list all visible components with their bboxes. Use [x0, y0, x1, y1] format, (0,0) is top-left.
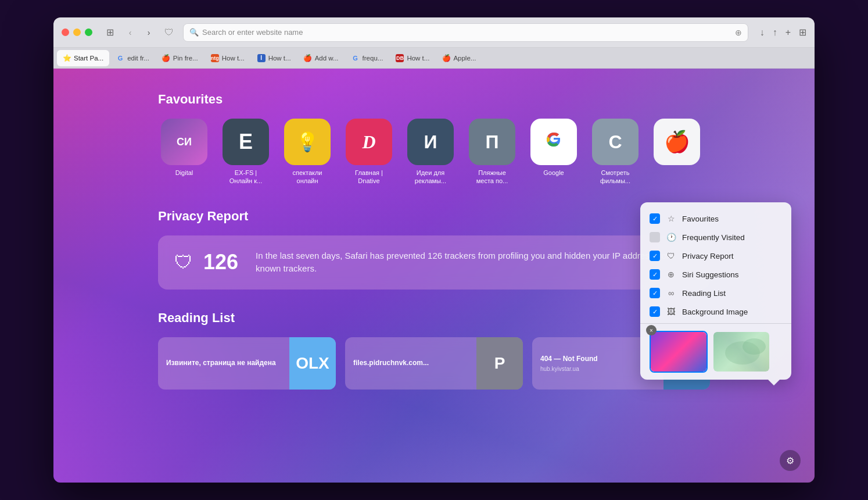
- search-bar[interactable]: 🔍 Search or enter website name ⊕: [183, 23, 748, 42]
- tab-favicon-apple: 🍎: [162, 54, 170, 62]
- checkbox-frequently-visited[interactable]: [650, 232, 660, 242]
- customize-icon: ⚙: [786, 455, 794, 466]
- menu-label-frequently-visited: Frequently Visited: [682, 233, 745, 242]
- search-placeholder: Search or enter website name: [202, 28, 303, 37]
- tab-label: Pin fre...: [173, 55, 198, 62]
- tab-label: How t...: [268, 55, 291, 62]
- reading-card-2[interactable]: files.pidruchnvk.com... P: [345, 337, 523, 390]
- checkbox-favourites[interactable]: ✓: [650, 213, 660, 224]
- back-button[interactable]: ‹: [124, 26, 137, 39]
- tab-label: edit fr...: [127, 55, 149, 62]
- share-button[interactable]: ↑: [773, 27, 777, 38]
- checkmark-icon: ✓: [652, 308, 658, 316]
- tab-favicon-google: G: [116, 54, 124, 62]
- privacy-card[interactable]: 🛡 126 In the last seven days, Safari has…: [158, 235, 710, 290]
- bg-thumb-2[interactable]: [712, 331, 770, 373]
- menu-item-reading-list[interactable]: ✓ ∞ Reading List: [640, 284, 791, 302]
- menu-item-background-image[interactable]: ✓ 🖼 Background Image: [640, 302, 791, 321]
- tab-frequ[interactable]: G frequ...: [346, 50, 389, 66]
- search-icon: 🔍: [189, 28, 199, 37]
- fav-item-exfs[interactable]: Е EX-FS | Онлайн к...: [220, 119, 272, 185]
- fav-item-glavnaya[interactable]: D Главная | Dnative: [343, 119, 395, 185]
- fav-item-digital[interactable]: СИ Digital: [158, 119, 210, 185]
- sidebar-toggle-button[interactable]: ⊞: [102, 27, 118, 38]
- reading-card-thumb-1: OLX: [289, 337, 336, 390]
- fav-item-smotret[interactable]: С Смотреть фильмы...: [589, 119, 641, 185]
- menu-item-frequently-visited[interactable]: 🕐 Frequently Visited: [640, 228, 791, 247]
- tab-edit[interactable]: G edit fr...: [110, 50, 155, 66]
- tab-how3[interactable]: DB How t...: [390, 50, 435, 66]
- fav-icon-digital: СИ: [161, 119, 207, 165]
- tab-add[interactable]: 🍎 Add w...: [298, 50, 345, 66]
- tabbar: ⭐ Start Pa... G edit fr... 🍎 Pin fre... …: [53, 48, 815, 69]
- checkbox-privacy-report[interactable]: ✓: [650, 251, 660, 261]
- fav-icon-idei: И: [407, 119, 454, 165]
- shield-button[interactable]: 🛡: [161, 24, 177, 41]
- minimize-button[interactable]: [73, 28, 81, 36]
- checkmark-icon: ✓: [652, 215, 658, 223]
- menu-item-siri-suggestions[interactable]: ✓ ⊕ Siri Suggestions: [640, 265, 791, 284]
- menu-item-favourites[interactable]: ✓ ☆ Favourites: [640, 209, 791, 228]
- fav-icon-apple: 🍎: [654, 119, 700, 165]
- checkmark-icon: ✓: [652, 252, 658, 260]
- tab-overview-button[interactable]: ⊞: [799, 27, 806, 38]
- tab-favicon-apple3: 🍎: [442, 54, 450, 62]
- download-button[interactable]: ↓: [760, 27, 765, 38]
- reading-card-title-1: Извините, страница не найдена: [166, 358, 281, 368]
- menu-label-privacy-report: Privacy Report: [682, 252, 734, 260]
- fav-icon-smotret: С: [592, 119, 639, 165]
- shield-menu-icon: 🛡: [666, 251, 676, 260]
- main-content: Favourites СИ Digital Е EX-FS | Онлайн к…: [53, 69, 815, 483]
- browser-window: ⊞ ‹ › 🛡 🔍 Search or enter website name ⊕…: [53, 17, 815, 483]
- reading-card-thumb-2: P: [476, 337, 523, 390]
- checkmark-icon: ✓: [652, 290, 658, 297]
- menu-label-favourites: Favourites: [682, 215, 719, 223]
- dropdown-menu: ✓ ☆ Favourites 🕐 Frequently Visited ✓ 🛡 …: [640, 202, 791, 380]
- fav-item-spektakli[interactable]: 💡 спектакли онлайн: [281, 119, 333, 185]
- tab-how1[interactable]: ntg How t...: [205, 50, 250, 66]
- reading-card-1[interactable]: Извините, страница не найдена OLX: [158, 337, 336, 390]
- tab-favicon-google2: G: [351, 54, 360, 62]
- tab-start-page[interactable]: ⭐ Start Pa...: [57, 50, 109, 66]
- bg-thumb-1[interactable]: [650, 331, 708, 373]
- tab-how2[interactable]: I How t...: [252, 50, 297, 66]
- fav-label-smotret: Смотреть фильмы...: [592, 169, 639, 185]
- forward-button[interactable]: ›: [142, 26, 155, 39]
- fav-icon-spektakli: 💡: [284, 119, 331, 165]
- fav-item-google[interactable]: Google: [528, 119, 580, 185]
- toolbar-icons: ↓ ↑ + ⊞: [760, 27, 806, 38]
- siri-icon: ⊕: [666, 270, 676, 279]
- menu-item-privacy-report[interactable]: ✓ 🛡 Privacy Report: [640, 247, 791, 265]
- bg-close-button[interactable]: ×: [646, 325, 657, 335]
- privacy-shield-icon: 🛡: [174, 252, 193, 273]
- tab-pin[interactable]: 🍎 Pin fre...: [156, 50, 204, 66]
- tab-label: How t...: [407, 55, 429, 62]
- checkbox-siri-suggestions[interactable]: ✓: [650, 269, 660, 280]
- fav-label-glavnaya: Главная | Dnative: [346, 169, 392, 185]
- tab-favicon-ntg: ntg: [211, 54, 219, 62]
- reading-card-title-3: 404 — Not Found: [540, 354, 655, 364]
- menu-label-siri-suggestions: Siri Suggestions: [682, 270, 739, 279]
- reading-list-grid: Извините, страница не найдена OLX files.…: [158, 337, 710, 390]
- fav-label-spektakli: спектакли онлайн: [284, 169, 331, 185]
- fav-label-digital: Digital: [175, 169, 193, 177]
- maximize-button[interactable]: [85, 28, 92, 36]
- fav-item-plyazh[interactable]: П Пляжные места по...: [466, 119, 518, 185]
- menu-label-reading-list: Reading List: [682, 289, 726, 298]
- privacy-report-section: Privacy Report 🛡 126 In the last seven d…: [158, 209, 710, 290]
- tab-apple[interactable]: 🍎 Apple...: [436, 50, 482, 66]
- svg-point-1: [743, 338, 766, 355]
- checkbox-reading-list[interactable]: ✓: [650, 288, 660, 298]
- fav-item-apple[interactable]: 🍎: [651, 119, 703, 185]
- tab-favicon-star: ⭐: [63, 54, 71, 62]
- new-tab-button[interactable]: +: [785, 27, 791, 38]
- tab-favicon-i: I: [257, 54, 266, 62]
- fav-item-idei[interactable]: И Идеи для рекламы...: [404, 119, 457, 185]
- close-button[interactable]: [62, 28, 69, 36]
- favourites-grid: СИ Digital Е EX-FS | Онлайн к... 💡 с: [158, 119, 710, 185]
- tab-label: frequ...: [363, 55, 383, 62]
- tab-label: Apple...: [453, 55, 476, 62]
- translation-icon: ⊕: [735, 28, 742, 37]
- checkbox-background-image[interactable]: ✓: [650, 306, 660, 317]
- customize-button[interactable]: ⚙: [780, 450, 801, 471]
